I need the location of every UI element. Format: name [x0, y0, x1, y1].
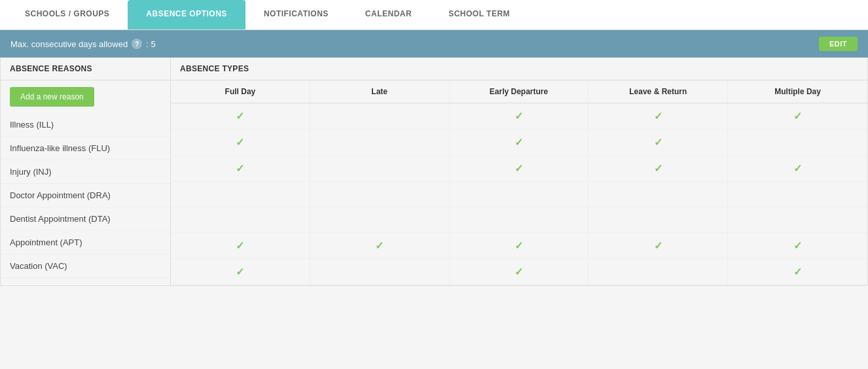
reason-row: Influenza-like illness (FLU) — [1, 137, 170, 160]
table-row: ✓✓✓ — [171, 259, 867, 285]
data-cell — [728, 207, 867, 232]
types-column-headers: Full DayLateEarly DepartureLeave & Retur… — [171, 80, 867, 103]
add-reason-button[interactable]: Add a new reason — [10, 87, 94, 107]
absence-types-header: ABSENCE TYPES — [171, 58, 867, 80]
data-cell — [310, 182, 450, 207]
table-row: ✓✓✓✓ — [171, 156, 867, 182]
data-cell: ✓ — [450, 233, 589, 258]
check-icon: ✓ — [654, 239, 662, 252]
data-cell: ✓ — [450, 130, 589, 155]
data-cell: ✓ — [450, 156, 589, 181]
reason-row: Dentist Appointment (DTA) — [1, 207, 170, 231]
check-icon: ✓ — [793, 162, 802, 175]
check-icon: ✓ — [515, 239, 523, 252]
data-cell: ✓ — [171, 103, 310, 129]
data-cell: ✓ — [588, 156, 728, 181]
check-icon: ✓ — [515, 162, 523, 175]
data-cell — [171, 182, 310, 207]
check-icon: ✓ — [515, 136, 523, 149]
reason-row: Doctor Appointment (DRA) — [1, 184, 170, 207]
info-bar: Max. consecutive days allowed ? : 5 EDIT — [0, 30, 868, 58]
absence-reasons-header: ABSENCE REASONS — [1, 58, 170, 80]
check-icon: ✓ — [236, 162, 244, 175]
main-layout: ABSENCE REASONS Add a new reason Illness… — [0, 58, 868, 286]
data-cell — [450, 182, 589, 207]
nav-tab-notifications[interactable]: NOTIFICATIONS — [245, 0, 347, 29]
table-row: ✓✓✓✓ — [171, 103, 867, 130]
data-cell: ✓ — [171, 130, 310, 155]
data-cell — [310, 259, 450, 285]
type-col-header-multiple-day: Multiple Day — [728, 80, 867, 103]
data-cell: ✓ — [171, 233, 310, 258]
data-cell: ✓ — [588, 103, 728, 129]
table-row: ✓✓✓ — [171, 130, 867, 156]
check-icon: ✓ — [654, 162, 662, 175]
type-col-header-full-day: Full Day — [171, 80, 310, 103]
info-bar-label: Max. consecutive days allowed — [10, 39, 128, 49]
nav-tab-calendar[interactable]: CALENDAR — [347, 0, 430, 29]
reasons-list: Illness (ILL)Influenza-like illness (FLU… — [1, 113, 170, 278]
check-icon: ✓ — [793, 110, 802, 122]
nav-tab-absence-options[interactable]: ABSENCE OPTIONS — [128, 0, 245, 29]
data-cell: ✓ — [728, 103, 867, 129]
data-cell — [171, 207, 310, 232]
check-icon: ✓ — [654, 110, 662, 122]
help-icon[interactable]: ? — [132, 39, 142, 49]
check-icon: ✓ — [654, 136, 662, 149]
edit-button[interactable]: EDIT — [819, 37, 858, 51]
types-data-rows: ✓✓✓✓✓✓✓✓✓✓✓✓✓✓✓✓✓✓✓ — [171, 103, 867, 285]
data-cell — [310, 156, 450, 181]
type-col-header-early-departure: Early Departure — [450, 80, 589, 103]
check-icon: ✓ — [515, 110, 523, 122]
check-icon: ✓ — [375, 239, 384, 252]
data-cell: ✓ — [588, 130, 728, 155]
data-cell — [310, 103, 450, 129]
data-cell — [310, 207, 450, 232]
data-cell: ✓ — [310, 233, 450, 258]
data-cell — [310, 130, 450, 155]
type-col-header-leave-&-return: Leave & Return — [588, 80, 728, 103]
type-col-header-late: Late — [310, 80, 450, 103]
data-cell — [728, 182, 867, 207]
data-cell: ✓ — [450, 103, 589, 129]
nav-tabs: SCHOOLS / GROUPSABSENCE OPTIONSNOTIFICAT… — [0, 0, 868, 30]
check-icon: ✓ — [236, 136, 244, 149]
reason-row: Illness (ILL) — [1, 113, 170, 137]
data-cell — [588, 182, 728, 207]
reason-row: Injury (INJ) — [1, 160, 170, 184]
check-icon: ✓ — [236, 239, 244, 252]
data-cell: ✓ — [728, 259, 867, 285]
nav-tab-school-term[interactable]: SCHOOL TERM — [430, 0, 528, 29]
data-cell — [588, 207, 728, 232]
data-cell — [588, 259, 728, 285]
absence-types-panel: ABSENCE TYPES Full DayLateEarly Departur… — [171, 58, 867, 285]
data-cell — [450, 207, 589, 232]
table-row — [171, 182, 867, 207]
check-icon: ✓ — [515, 266, 523, 278]
check-icon: ✓ — [236, 110, 244, 122]
info-bar-text: Max. consecutive days allowed ? : 5 — [10, 39, 156, 49]
check-icon: ✓ — [236, 266, 244, 278]
data-cell — [728, 130, 867, 155]
data-cell: ✓ — [171, 259, 310, 285]
info-bar-value: : 5 — [146, 39, 155, 49]
data-cell: ✓ — [728, 156, 867, 181]
reason-row: Appointment (APT) — [1, 231, 170, 255]
table-row: ✓✓✓✓✓ — [171, 233, 867, 259]
data-cell: ✓ — [450, 259, 589, 285]
table-row — [171, 207, 867, 233]
data-cell: ✓ — [728, 233, 867, 258]
check-icon: ✓ — [793, 239, 802, 252]
absence-reasons-panel: ABSENCE REASONS Add a new reason Illness… — [1, 58, 171, 285]
data-cell: ✓ — [588, 233, 728, 258]
check-icon: ✓ — [793, 266, 802, 278]
nav-tab-schools-groups[interactable]: SCHOOLS / GROUPS — [7, 0, 128, 29]
reason-row: Vacation (VAC) — [1, 255, 170, 278]
data-cell: ✓ — [171, 156, 310, 181]
